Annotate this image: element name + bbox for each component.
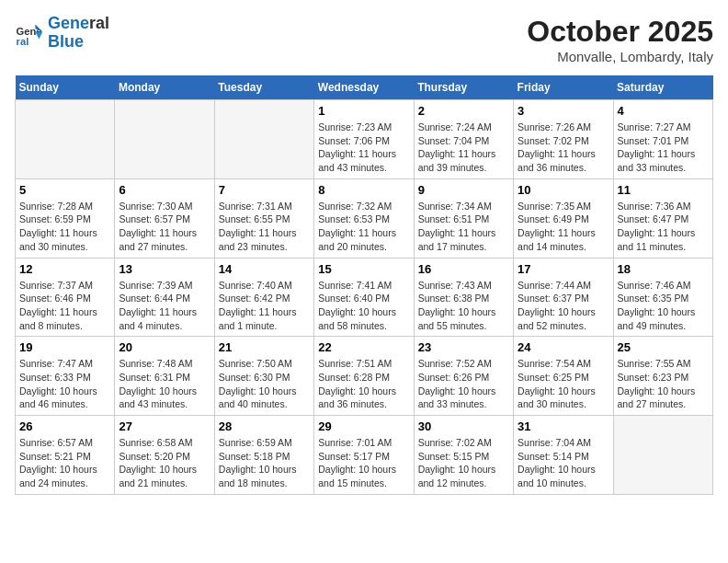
calendar-cell: 31Sunrise: 7:04 AM Sunset: 5:14 PM Dayli… [514, 416, 613, 495]
logo-text-line1: General [48, 15, 109, 33]
day-info: Sunrise: 7:28 AM Sunset: 6:59 PM Dayligh… [19, 200, 110, 254]
calendar-cell: 29Sunrise: 7:01 AM Sunset: 5:17 PM Dayli… [314, 416, 414, 495]
day-number: 6 [119, 183, 210, 197]
calendar-week-5: 26Sunrise: 6:57 AM Sunset: 5:21 PM Dayli… [16, 416, 713, 495]
day-info: Sunrise: 7:26 AM Sunset: 7:02 PM Dayligh… [518, 121, 609, 175]
calendar-cell: 1Sunrise: 7:23 AM Sunset: 7:06 PM Daylig… [314, 100, 414, 179]
day-info: Sunrise: 7:54 AM Sunset: 6:25 PM Dayligh… [518, 357, 609, 411]
day-info: Sunrise: 7:43 AM Sunset: 6:38 PM Dayligh… [418, 279, 509, 333]
day-number: 25 [618, 340, 709, 354]
calendar-cell: 25Sunrise: 7:55 AM Sunset: 6:23 PM Dayli… [613, 337, 712, 416]
day-number: 27 [119, 419, 210, 433]
day-info: Sunrise: 7:48 AM Sunset: 6:31 PM Dayligh… [119, 357, 210, 411]
day-info: Sunrise: 7:27 AM Sunset: 7:01 PM Dayligh… [618, 121, 709, 175]
day-number: 12 [19, 262, 110, 276]
logo-text-line2: Blue [48, 33, 109, 52]
calendar-cell: 26Sunrise: 6:57 AM Sunset: 5:21 PM Dayli… [16, 416, 115, 495]
day-number: 4 [618, 104, 709, 118]
day-info: Sunrise: 7:04 AM Sunset: 5:14 PM Dayligh… [518, 436, 609, 490]
day-number: 30 [418, 419, 509, 433]
day-info: Sunrise: 7:23 AM Sunset: 7:06 PM Dayligh… [318, 121, 409, 175]
calendar-cell: 20Sunrise: 7:48 AM Sunset: 6:31 PM Dayli… [115, 337, 214, 416]
day-number: 13 [119, 262, 210, 276]
day-info: Sunrise: 7:32 AM Sunset: 6:53 PM Dayligh… [318, 200, 409, 254]
day-info: Sunrise: 7:52 AM Sunset: 6:26 PM Dayligh… [418, 357, 509, 411]
calendar-table: SundayMondayTuesdayWednesdayThursdayFrid… [15, 75, 713, 495]
month-title: October 2025 [527, 15, 713, 49]
calendar-cell: 16Sunrise: 7:43 AM Sunset: 6:38 PM Dayli… [414, 258, 513, 337]
calendar-week-4: 19Sunrise: 7:47 AM Sunset: 6:33 PM Dayli… [16, 337, 713, 416]
day-number: 9 [418, 183, 509, 197]
day-number: 22 [318, 340, 409, 354]
location: Monvalle, Lombardy, Italy [527, 49, 713, 64]
day-info: Sunrise: 6:57 AM Sunset: 5:21 PM Dayligh… [19, 436, 110, 490]
day-info: Sunrise: 7:47 AM Sunset: 6:33 PM Dayligh… [19, 357, 110, 411]
weekday-header-sunday: Sunday [16, 75, 115, 100]
calendar-cell: 8Sunrise: 7:32 AM Sunset: 6:53 PM Daylig… [314, 178, 414, 258]
calendar-week-1: 1Sunrise: 7:23 AM Sunset: 7:06 PM Daylig… [16, 100, 713, 179]
weekday-header-tuesday: Tuesday [214, 75, 313, 100]
day-number: 28 [219, 419, 310, 433]
day-number: 7 [219, 183, 310, 197]
day-number: 2 [418, 104, 509, 118]
logo: Gene ral General Blue [15, 15, 109, 52]
weekday-header-friday: Friday [514, 75, 613, 100]
calendar-cell: 23Sunrise: 7:52 AM Sunset: 6:26 PM Dayli… [414, 337, 513, 416]
calendar-cell: 28Sunrise: 6:59 AM Sunset: 5:18 PM Dayli… [214, 416, 313, 495]
day-info: Sunrise: 7:40 AM Sunset: 6:42 PM Dayligh… [219, 279, 310, 333]
day-number: 29 [318, 419, 409, 433]
calendar-cell: 19Sunrise: 7:47 AM Sunset: 6:33 PM Dayli… [16, 337, 115, 416]
calendar-cell [115, 100, 214, 179]
day-number: 1 [318, 104, 409, 118]
day-number: 17 [518, 262, 609, 276]
day-info: Sunrise: 7:36 AM Sunset: 6:47 PM Dayligh… [618, 200, 709, 254]
day-number: 14 [219, 262, 310, 276]
day-number: 23 [418, 340, 509, 354]
day-info: Sunrise: 7:34 AM Sunset: 6:51 PM Dayligh… [418, 200, 509, 254]
calendar-cell: 18Sunrise: 7:46 AM Sunset: 6:35 PM Dayli… [613, 258, 712, 337]
calendar-week-2: 5Sunrise: 7:28 AM Sunset: 6:59 PM Daylig… [16, 178, 713, 258]
calendar-cell: 5Sunrise: 7:28 AM Sunset: 6:59 PM Daylig… [16, 178, 115, 258]
day-info: Sunrise: 7:55 AM Sunset: 6:23 PM Dayligh… [618, 357, 709, 411]
day-info: Sunrise: 7:46 AM Sunset: 6:35 PM Dayligh… [618, 279, 709, 333]
day-number: 8 [318, 183, 409, 197]
calendar-cell [613, 416, 712, 495]
calendar-cell: 13Sunrise: 7:39 AM Sunset: 6:44 PM Dayli… [115, 258, 214, 337]
weekday-header-monday: Monday [115, 75, 214, 100]
calendar-cell: 3Sunrise: 7:26 AM Sunset: 7:02 PM Daylig… [514, 100, 613, 179]
calendar-cell: 21Sunrise: 7:50 AM Sunset: 6:30 PM Dayli… [214, 337, 313, 416]
day-info: Sunrise: 7:01 AM Sunset: 5:17 PM Dayligh… [318, 436, 409, 490]
day-number: 16 [418, 262, 509, 276]
calendar-cell: 17Sunrise: 7:44 AM Sunset: 6:37 PM Dayli… [514, 258, 613, 337]
weekday-header-saturday: Saturday [613, 75, 712, 100]
calendar-cell: 30Sunrise: 7:02 AM Sunset: 5:15 PM Dayli… [414, 416, 513, 495]
weekday-header-row: SundayMondayTuesdayWednesdayThursdayFrid… [16, 75, 713, 100]
day-number: 20 [119, 340, 210, 354]
day-info: Sunrise: 6:58 AM Sunset: 5:20 PM Dayligh… [119, 436, 210, 490]
calendar-cell [16, 100, 115, 179]
day-number: 18 [618, 262, 709, 276]
day-info: Sunrise: 7:39 AM Sunset: 6:44 PM Dayligh… [119, 279, 210, 333]
calendar-cell: 27Sunrise: 6:58 AM Sunset: 5:20 PM Dayli… [115, 416, 214, 495]
calendar-cell: 7Sunrise: 7:31 AM Sunset: 6:55 PM Daylig… [214, 178, 313, 258]
day-number: 10 [518, 183, 609, 197]
day-number: 11 [618, 183, 709, 197]
day-number: 21 [219, 340, 310, 354]
weekday-header-thursday: Thursday [414, 75, 513, 100]
calendar-cell: 9Sunrise: 7:34 AM Sunset: 6:51 PM Daylig… [414, 178, 513, 258]
day-number: 15 [318, 262, 409, 276]
calendar-cell: 15Sunrise: 7:41 AM Sunset: 6:40 PM Dayli… [314, 258, 414, 337]
calendar-cell: 10Sunrise: 7:35 AM Sunset: 6:49 PM Dayli… [514, 178, 613, 258]
logo-icon: Gene ral [15, 18, 44, 48]
day-info: Sunrise: 7:51 AM Sunset: 6:28 PM Dayligh… [318, 357, 409, 411]
day-number: 19 [19, 340, 110, 354]
day-info: Sunrise: 7:24 AM Sunset: 7:04 PM Dayligh… [418, 121, 509, 175]
day-info: Sunrise: 7:41 AM Sunset: 6:40 PM Dayligh… [318, 279, 409, 333]
day-number: 24 [518, 340, 609, 354]
weekday-header-wednesday: Wednesday [314, 75, 414, 100]
calendar-cell [214, 100, 313, 179]
day-info: Sunrise: 7:30 AM Sunset: 6:57 PM Dayligh… [119, 200, 210, 254]
page-header: Gene ral General Blue October 2025 Monva… [15, 15, 713, 64]
calendar-cell: 12Sunrise: 7:37 AM Sunset: 6:46 PM Dayli… [16, 258, 115, 337]
calendar-cell: 4Sunrise: 7:27 AM Sunset: 7:01 PM Daylig… [613, 100, 712, 179]
